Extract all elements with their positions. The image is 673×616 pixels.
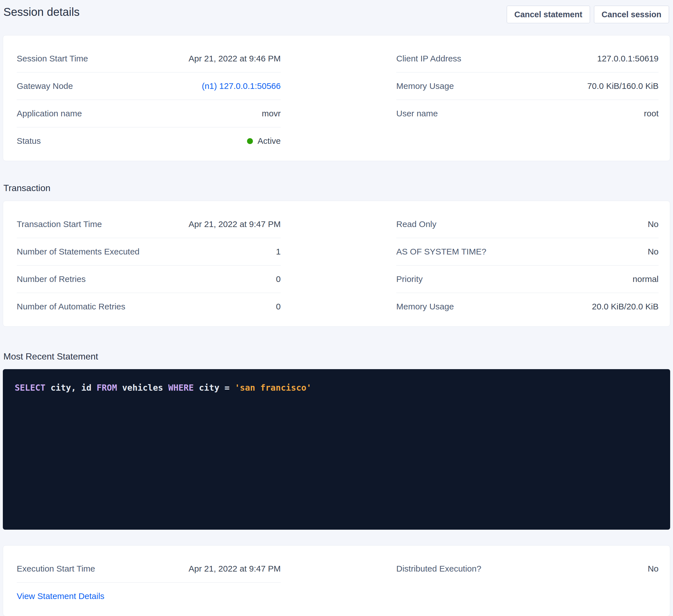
gateway-node-link[interactable]: (n1) 127.0.0.1:50566 bbox=[202, 81, 281, 91]
transaction-start-time-row: Transaction Start Time Apr 21, 2022 at 9… bbox=[17, 211, 281, 238]
row-value: normal bbox=[633, 274, 659, 284]
read-only-row: Read Only No bbox=[396, 211, 659, 238]
txn-memory-usage-row: Memory Usage 20.0 KiB/20.0 KiB bbox=[396, 293, 659, 320]
row-label: Number of Statements Executed bbox=[17, 247, 140, 257]
session-details-card: Session Start Time Apr 21, 2022 at 9:46 … bbox=[3, 35, 670, 161]
sql-text: city = bbox=[194, 383, 235, 393]
memory-usage-row: Memory Usage 70.0 KiB/160.0 KiB bbox=[396, 72, 659, 100]
row-label: Application name bbox=[17, 109, 82, 118]
row-value: Apr 21, 2022 at 9:46 PM bbox=[189, 54, 281, 63]
sql-text: city, id bbox=[45, 383, 96, 393]
row-value: Apr 21, 2022 at 9:47 PM bbox=[189, 564, 281, 574]
row-label: Number of Automatic Retries bbox=[17, 302, 125, 311]
row-value: root bbox=[644, 109, 659, 118]
row-value: No bbox=[648, 219, 659, 229]
execution-card: Execution Start Time Apr 21, 2022 at 9:4… bbox=[3, 545, 670, 616]
execution-right-column: Distributed Execution? No bbox=[396, 555, 659, 610]
session-start-time-row: Session Start Time Apr 21, 2022 at 9:46 … bbox=[17, 45, 281, 72]
execution-start-time-row: Execution Start Time Apr 21, 2022 at 9:4… bbox=[17, 555, 281, 583]
distributed-execution-row: Distributed Execution? No bbox=[396, 555, 659, 582]
row-label: Read Only bbox=[396, 219, 437, 229]
sql-keyword: SELECT bbox=[15, 383, 45, 393]
row-value: Apr 21, 2022 at 9:47 PM bbox=[189, 219, 281, 229]
row-label: Number of Retries bbox=[17, 274, 85, 284]
row-label: Session Start Time bbox=[17, 54, 88, 63]
page-header: Session details Cancel statement Cancel … bbox=[0, 0, 673, 23]
priority-row: Priority normal bbox=[396, 266, 659, 293]
row-value: No bbox=[648, 247, 659, 257]
row-label: User name bbox=[396, 109, 438, 118]
status-row: Status Active bbox=[17, 127, 281, 155]
view-statement-details-link[interactable]: View Statement Details bbox=[17, 591, 104, 601]
session-left-column: Session Start Time Apr 21, 2022 at 9:46 … bbox=[17, 45, 281, 155]
row-value: No bbox=[648, 564, 659, 574]
row-label: Memory Usage bbox=[396, 302, 454, 311]
row-value: 0 bbox=[276, 274, 281, 284]
row-label: Execution Start Time bbox=[17, 564, 95, 574]
client-ip-row: Client IP Address 127.0.0.1:50619 bbox=[396, 45, 659, 72]
header-actions: Cancel statement Cancel session bbox=[507, 4, 669, 23]
sql-text: vehicles bbox=[117, 383, 168, 393]
sql-keyword: WHERE bbox=[168, 383, 194, 393]
gateway-node-row: Gateway Node (n1) 127.0.0.1:50566 bbox=[17, 72, 281, 100]
row-value: movr bbox=[262, 109, 281, 118]
status-badge: Active bbox=[247, 136, 281, 146]
row-label: Gateway Node bbox=[17, 81, 73, 91]
row-label: Client IP Address bbox=[396, 54, 461, 63]
sql-string-literal: 'san francisco' bbox=[235, 383, 311, 393]
as-of-system-time-row: AS OF SYSTEM TIME? No bbox=[396, 238, 659, 266]
row-label: Status bbox=[17, 136, 41, 146]
row-value: 20.0 KiB/20.0 KiB bbox=[592, 302, 659, 311]
row-label: Transaction Start Time bbox=[17, 219, 102, 229]
cancel-session-button[interactable]: Cancel session bbox=[594, 6, 669, 23]
status-text: Active bbox=[257, 136, 281, 146]
automatic-retries-row: Number of Automatic Retries 0 bbox=[17, 293, 281, 320]
retries-row: Number of Retries 0 bbox=[17, 266, 281, 293]
status-active-dot-icon bbox=[247, 138, 253, 144]
row-value: 70.0 KiB/160.0 KiB bbox=[587, 81, 659, 91]
transaction-right-column: Read Only No AS OF SYSTEM TIME? No Prior… bbox=[396, 211, 659, 320]
row-label: AS OF SYSTEM TIME? bbox=[396, 247, 486, 257]
application-name-row: Application name movr bbox=[17, 100, 281, 127]
transaction-left-column: Transaction Start Time Apr 21, 2022 at 9… bbox=[17, 211, 281, 320]
statements-executed-row: Number of Statements Executed 1 bbox=[17, 238, 281, 266]
execution-left-column: Execution Start Time Apr 21, 2022 at 9:4… bbox=[17, 555, 281, 610]
page-title: Session details bbox=[3, 4, 79, 20]
session-right-column: Client IP Address 127.0.0.1:50619 Memory… bbox=[396, 45, 659, 155]
row-value: 1 bbox=[276, 247, 281, 257]
row-label: Priority bbox=[396, 274, 423, 284]
most-recent-statement-heading: Most Recent Statement bbox=[3, 351, 673, 362]
view-statement-details-row: View Statement Details bbox=[17, 583, 281, 610]
transaction-card: Transaction Start Time Apr 21, 2022 at 9… bbox=[3, 201, 670, 327]
sql-keyword: FROM bbox=[96, 383, 117, 393]
user-name-row: User name root bbox=[396, 100, 659, 127]
row-value: 127.0.0.1:50619 bbox=[597, 54, 659, 63]
cancel-statement-button[interactable]: Cancel statement bbox=[507, 6, 590, 23]
transaction-heading: Transaction bbox=[3, 182, 673, 194]
sql-statement-box: SELECT city, id FROM vehicles WHERE city… bbox=[3, 369, 670, 530]
row-label: Distributed Execution? bbox=[396, 564, 481, 574]
row-label: Memory Usage bbox=[396, 81, 454, 91]
row-value: 0 bbox=[276, 302, 281, 311]
